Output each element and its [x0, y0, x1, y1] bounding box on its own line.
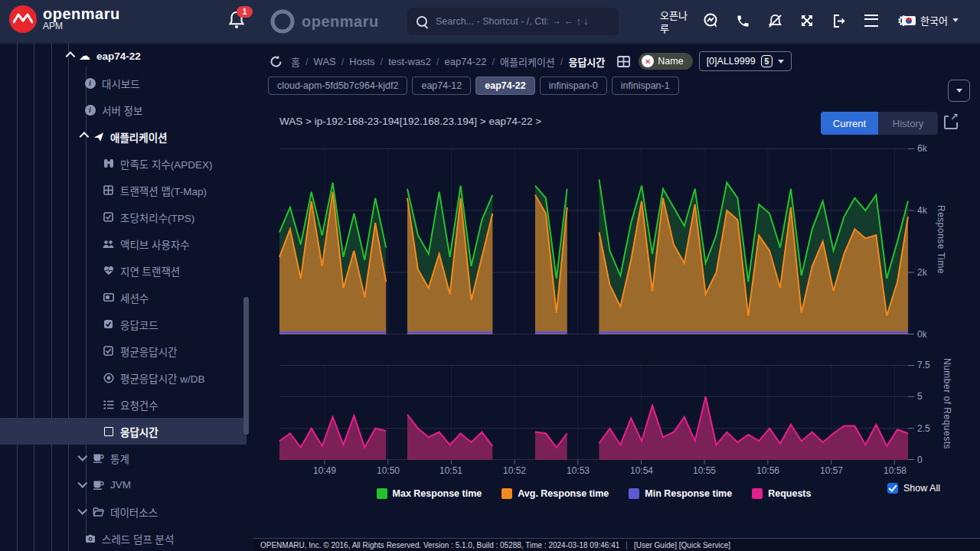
coffee-cup-icon	[93, 479, 104, 491]
search-input[interactable]	[434, 15, 609, 28]
legend-swatch	[501, 488, 512, 499]
sidebar-item-eap74-22[interactable]: ☁ eap74-22	[0, 43, 253, 70]
breadcrumb-home[interactable]: 홈	[291, 54, 300, 69]
sidebar-item-response-codes[interactable]: 응답코드	[0, 311, 253, 337]
binoculars-icon	[103, 158, 114, 169]
breadcrumb-eap74-22[interactable]: eap74-22	[444, 56, 486, 67]
info-icon: i	[84, 104, 96, 116]
sidebar-item-statistics[interactable]: 통계	[0, 445, 253, 471]
sidebar-item-tps[interactable]: 초당처리수(TPS)	[0, 204, 253, 230]
tab-infinispan-0[interactable]: infinispan-0	[540, 77, 607, 95]
legend-max-response-time[interactable]: Max Response time	[377, 488, 482, 499]
current-button[interactable]: Current	[821, 112, 878, 135]
menu-icon[interactable]	[862, 11, 880, 31]
square-icon	[103, 425, 114, 437]
checked-checkbox-icon[interactable]	[887, 483, 898, 494]
chevron-down-icon	[77, 505, 87, 515]
apm-chat-icon[interactable]	[701, 11, 720, 31]
legend-avg-response-time[interactable]: Avg. Response time	[501, 488, 609, 499]
x-tick: 10:54	[630, 465, 653, 476]
logout-icon[interactable]	[830, 11, 848, 31]
info-icon: i	[84, 77, 96, 89]
remove-tag-icon[interactable]: ✕	[642, 55, 654, 67]
sidebar-scrollbar[interactable]	[243, 297, 249, 435]
notification-bell-icon[interactable]: 1	[228, 11, 248, 34]
sidebar-item-thread-dump[interactable]: 스레드 덤프 분석	[0, 525, 253, 551]
brand-name: openmaru	[43, 7, 120, 21]
footer-links[interactable]: [User Guide] [Quick Service]	[634, 541, 730, 549]
breadcrumb-was[interactable]: WAS	[314, 56, 336, 67]
phone-icon[interactable]	[733, 11, 752, 31]
language-selector[interactable]: 한국어	[902, 13, 959, 28]
caret-down-icon	[956, 89, 962, 93]
sidebar-item-sessions[interactable]: 세션수	[0, 284, 253, 311]
sidebar-item-apdex[interactable]: 만족도 지수(APDEX)	[0, 150, 253, 177]
sidebar-item-active-users[interactable]: 액티브 사용자수	[0, 230, 253, 257]
chevron-up-icon	[66, 51, 76, 61]
check-square-icon	[103, 345, 114, 357]
panel-collapse-button[interactable]	[948, 80, 970, 102]
y-axis-label-requests: Number of Requests	[942, 358, 952, 449]
tab-infinispan-1[interactable]: infinispan-1	[612, 77, 679, 95]
breadcrumb-test-was2[interactable]: test-was2	[388, 56, 431, 67]
sidebar-item-dashboard[interactable]: i 대시보드	[0, 70, 253, 96]
requests-chart[interactable]	[279, 365, 908, 460]
legend-min-response-time[interactable]: Min Response time	[629, 488, 732, 499]
fullscreen-icon[interactable]	[798, 11, 816, 31]
check-square-icon	[103, 211, 114, 223]
sidebar-item-request-count[interactable]: 요청건수	[0, 391, 253, 418]
external-link-icon[interactable]	[944, 116, 958, 129]
check-square-filled-icon	[103, 318, 114, 330]
breadcrumb-application[interactable]: 애플리케이션	[500, 54, 555, 69]
app-logo[interactable]: openmaru APM	[9, 5, 120, 33]
history-button[interactable]: History	[878, 112, 938, 135]
response-time-chart[interactable]	[279, 148, 908, 334]
openmaru-logo-icon	[9, 5, 37, 33]
y-tick: 6k	[917, 143, 943, 154]
camera-icon	[84, 533, 96, 544]
group-filter-dropdown[interactable]: [0]ALL9999 5	[699, 51, 792, 71]
breadcrumb-hosts[interactable]: Hosts	[349, 56, 374, 67]
top-header: openmaru APM 1 openmaru 오픈나루	[0, 0, 980, 44]
show-all-toggle[interactable]: Show All	[887, 483, 940, 494]
y-tick: 0	[917, 455, 943, 465]
notification-count-badge: 1	[237, 6, 253, 18]
sidebar-item-server-info[interactable]: i 서버 정보	[0, 96, 253, 123]
breadcrumb-bar: 홈/ WAS/ Hosts/ test-was2/ eap74-22/ 애플리케…	[266, 51, 792, 72]
sidebar-item-datasource[interactable]: 데이터소스	[0, 498, 253, 525]
notifications-off-icon[interactable]	[766, 11, 784, 31]
refresh-icon[interactable]	[266, 51, 285, 71]
dot-circle-icon	[103, 372, 114, 383]
x-tick: 10:57	[820, 465, 843, 476]
sidebar-item-tmap[interactable]: 트랜잭션 맵(T-Map)	[0, 177, 253, 204]
sidebar-item-avg-response-time-db[interactable]: 평균응답시간 w/DB	[0, 364, 253, 391]
table-view-icon[interactable]	[614, 51, 632, 71]
sidebar-item-delayed-transactions[interactable]: 지연 트랜잭션	[0, 257, 253, 284]
send-icon	[93, 131, 104, 142]
heart-pulse-icon	[103, 265, 114, 276]
y-axis-label-response-time: Response Time	[936, 205, 946, 274]
user-name[interactable]: 오픈나루	[660, 9, 694, 35]
tab-eap74-12[interactable]: eap74-12	[412, 77, 471, 95]
breadcrumb-response-time: 응답시간	[568, 54, 605, 69]
y-tick: 7.5	[917, 360, 943, 370]
tab-cloud-apm[interactable]: cloud-apm-5fd5b7c964-kjdf2	[268, 77, 407, 95]
korea-flag-icon	[902, 16, 916, 25]
language-label: 한국어	[920, 13, 948, 28]
tab-eap74-22[interactable]: eap74-22	[475, 77, 535, 95]
sidebar-item-jvm[interactable]: JVM	[0, 471, 253, 498]
sidebar-item-response-time[interactable]: 응답시간	[0, 418, 247, 445]
sidebar-item-avg-response-time[interactable]: 평균응답시간	[0, 337, 253, 364]
ordered-list-icon	[103, 399, 114, 410]
x-tick: 10:53	[567, 465, 590, 476]
was-path-title: WAS > ip-192-168-23-194[192.168.23.194] …	[279, 116, 541, 127]
coffee-cup-icon	[93, 452, 104, 464]
name-filter-tag[interactable]: ✕ Name	[639, 53, 692, 70]
sidebar-item-application[interactable]: 애플리케이션	[0, 123, 253, 150]
legend-requests[interactable]: Requests	[752, 488, 811, 499]
x-tick: 10:51	[439, 465, 462, 476]
openmaru-apm-window: openmaru APM 1 openmaru 오픈나루	[0, 0, 980, 551]
watermark-text: openmaru	[302, 13, 379, 31]
users-icon	[103, 238, 114, 249]
legend-swatch	[629, 488, 639, 499]
